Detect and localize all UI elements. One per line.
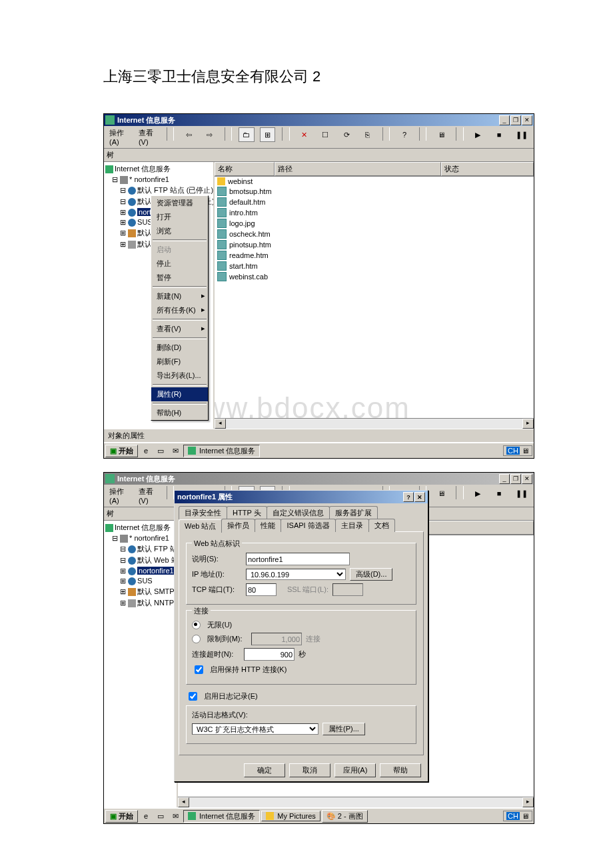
cancel-button[interactable]: 取消 bbox=[289, 763, 330, 777]
task-iis[interactable]: Internet 信息服务 bbox=[183, 445, 260, 457]
quick-desktop-icon[interactable]: ▭ bbox=[154, 444, 167, 457]
ctx-refresh[interactable]: 刷新(F) bbox=[151, 355, 208, 369]
scroll-right-icon[interactable]: ▸ bbox=[522, 797, 534, 807]
tab-operator[interactable]: 操作员 bbox=[221, 519, 255, 532]
col-path[interactable]: 路径 bbox=[275, 162, 441, 176]
dialog-close-button[interactable]: ✕ bbox=[414, 492, 425, 502]
scroll-right-icon[interactable]: ▸ bbox=[522, 419, 534, 429]
tab-http[interactable]: HTTP 头 bbox=[227, 506, 267, 519]
advanced-button[interactable]: 高级(D)... bbox=[350, 568, 392, 581]
mail-icon bbox=[128, 229, 136, 237]
col-status[interactable]: 状态 bbox=[441, 162, 534, 176]
close-button[interactable]: ✕ bbox=[522, 115, 532, 125]
task-pictures[interactable]: My Pictures bbox=[261, 811, 320, 821]
tab-doc[interactable]: 文档 bbox=[368, 519, 395, 532]
export-icon[interactable]: ⎘ bbox=[360, 127, 376, 142]
maximize-button[interactable]: ❐ bbox=[510, 115, 521, 125]
quick-ie-icon[interactable]: e bbox=[139, 444, 153, 457]
computer-icon[interactable]: 🖥 bbox=[433, 486, 449, 501]
radio-unlimited[interactable] bbox=[192, 621, 201, 629]
ctx-pause[interactable]: 暂停 bbox=[151, 271, 208, 285]
enable-log-checkbox[interactable] bbox=[189, 692, 197, 701]
minimize-button[interactable]: _ bbox=[499, 474, 510, 484]
nav-back-icon[interactable]: ⇦ bbox=[181, 127, 197, 142]
ctx-open[interactable]: 打开 bbox=[151, 210, 208, 224]
ctx-help[interactable]: 帮助(H) bbox=[151, 406, 208, 420]
props-icon[interactable]: ☐ bbox=[318, 127, 334, 142]
task-paint[interactable]: 🎨2 - 画图 bbox=[322, 810, 368, 823]
menu-action[interactable]: 操作(A) bbox=[107, 127, 131, 147]
ctx-explorer[interactable]: 资源管理器 bbox=[151, 196, 208, 210]
news-icon bbox=[128, 599, 136, 607]
start-button[interactable]: ▣开始 bbox=[105, 445, 138, 457]
tree-selected[interactable]: nortonfire1 bbox=[137, 567, 175, 575]
nav-fwd-icon[interactable]: ⇨ bbox=[202, 127, 218, 142]
tray[interactable]: CH 🖥 bbox=[503, 445, 532, 456]
start-button[interactable]: ▣开始 bbox=[105, 810, 138, 823]
ctx-stop[interactable]: 停止 bbox=[151, 257, 208, 271]
ctx-export[interactable]: 导出列表(L)... bbox=[151, 369, 208, 383]
apply-button[interactable]: 应用(A) bbox=[334, 763, 376, 777]
quick-ie-icon[interactable]: e bbox=[139, 809, 153, 823]
ctx-browse[interactable]: 浏览 bbox=[151, 224, 208, 238]
menu-view[interactable]: 查看(V) bbox=[136, 127, 160, 147]
refresh-icon[interactable]: ⟳ bbox=[338, 127, 354, 142]
col-name[interactable]: 名称 bbox=[215, 162, 275, 176]
scroll-left-icon[interactable]: ◂ bbox=[215, 419, 226, 429]
tcp-input[interactable] bbox=[246, 583, 277, 596]
show-icon[interactable]: ⊞ bbox=[260, 127, 276, 142]
tab-custerr[interactable]: 自定义错误信息 bbox=[267, 506, 330, 519]
pause-icon[interactable]: ❚❚ bbox=[512, 486, 531, 501]
tree-pane[interactable]: Internet 信息服务 ⊟ * nortonfire1 ⊟ 默认 FTP 站… bbox=[104, 521, 178, 807]
ctx-delete[interactable]: 删除(D) bbox=[151, 341, 208, 355]
stop-icon[interactable]: ■ bbox=[491, 486, 507, 501]
ok-button[interactable]: 确定 bbox=[244, 763, 285, 777]
tab-website[interactable]: Web 站点 bbox=[179, 519, 222, 533]
keepalive-checkbox[interactable] bbox=[195, 665, 203, 674]
close-button[interactable]: ✕ bbox=[522, 474, 532, 484]
h-scrollbar[interactable]: ◂ ▸ bbox=[178, 797, 534, 807]
computer-icon[interactable]: 🖥 bbox=[433, 127, 449, 142]
ip-select[interactable]: 10.96.0.199 bbox=[246, 569, 346, 580]
ctx-view[interactable]: 查看(V) bbox=[151, 322, 208, 336]
dialog-help-button[interactable]: ? bbox=[403, 492, 414, 502]
scroll-left-icon[interactable]: ◂ bbox=[178, 797, 189, 807]
quick-outlook-icon[interactable]: ✉ bbox=[169, 444, 182, 457]
quick-outlook-icon[interactable]: ✉ bbox=[169, 809, 182, 823]
delete-icon[interactable]: ✕ bbox=[297, 127, 312, 142]
pause-icon[interactable]: ❚❚ bbox=[512, 127, 531, 142]
tab-dirsec[interactable]: 目录安全性 bbox=[179, 506, 227, 519]
menu-action[interactable]: 操作(A) bbox=[107, 486, 131, 505]
log-props-button[interactable]: 属性(P)... bbox=[322, 723, 365, 735]
timeout-input[interactable] bbox=[244, 648, 295, 661]
ctx-new[interactable]: 新建(N) bbox=[151, 289, 208, 303]
ctx-properties[interactable]: 属性(R) bbox=[151, 387, 208, 401]
radio-limited[interactable] bbox=[192, 635, 201, 643]
minimize-button[interactable]: _ bbox=[499, 115, 510, 125]
play-icon[interactable]: ▶ bbox=[470, 486, 486, 501]
tab-perf[interactable]: 性能 bbox=[255, 519, 281, 532]
list-body[interactable]: webinst bmotsup.htm default.htm intro.ht… bbox=[215, 177, 534, 418]
play-icon[interactable]: ▶ bbox=[470, 127, 486, 142]
up-icon[interactable]: 🗀 bbox=[239, 127, 255, 142]
log-format-select[interactable]: W3C 扩充日志文件格式 bbox=[192, 723, 318, 735]
help-icon[interactable]: ? bbox=[396, 127, 412, 142]
task-iis[interactable]: Internet 信息服务 bbox=[183, 810, 260, 823]
tab-ext[interactable]: 服务器扩展 bbox=[329, 506, 378, 519]
news-icon bbox=[128, 241, 136, 249]
maximize-button[interactable]: ❐ bbox=[510, 474, 521, 484]
help-button[interactable]: 帮助 bbox=[380, 763, 421, 777]
tab-isapi[interactable]: ISAPI 筛选器 bbox=[281, 519, 335, 532]
computer-icon bbox=[120, 176, 128, 184]
tab-home[interactable]: 主目录 bbox=[335, 519, 369, 532]
stop-icon[interactable]: ■ bbox=[491, 127, 507, 142]
ctx-alltasks[interactable]: 所有任务(K) bbox=[151, 303, 208, 317]
taskbar: ▣开始 e ▭ ✉ Internet 信息服务 My Pictures 🎨2 -… bbox=[104, 807, 534, 823]
desc-input[interactable] bbox=[246, 553, 350, 565]
tree-pane[interactable]: Internet 信息服务 ⊟ * nortonfire1 ⊟ 默认 FTP 站… bbox=[104, 162, 215, 429]
globe-icon bbox=[128, 209, 136, 217]
h-scrollbar[interactable]: ◂ ▸ bbox=[215, 418, 534, 429]
quick-desktop-icon[interactable]: ▭ bbox=[154, 809, 167, 823]
menu-view[interactable]: 查看(V) bbox=[136, 486, 160, 505]
tray[interactable]: CH 🖥 bbox=[503, 811, 532, 821]
